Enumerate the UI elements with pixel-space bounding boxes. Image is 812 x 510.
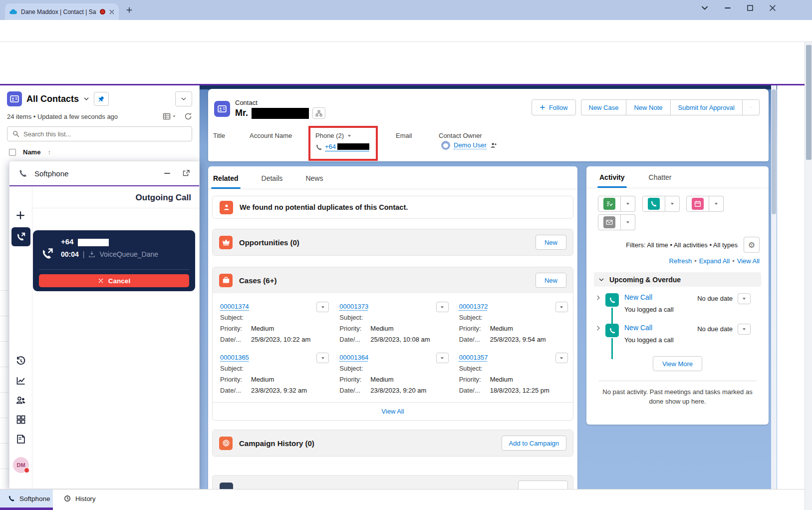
date-label: Date/... [339,387,370,394]
cases-view-all-link[interactable]: View All [381,408,404,415]
name-column-header[interactable]: Name [23,148,40,156]
console-nav-bar: Service Console Contacts | Cont... [0,65,805,85]
contact-object-icon [214,101,230,117]
timeline-connector [611,308,613,325]
select-all-checkbox[interactable] [9,149,16,156]
event-dropdown[interactable] [709,196,724,212]
view-all-link[interactable]: View All [737,257,760,265]
minimize-icon[interactable] [163,169,171,177]
window-chevron-icon[interactable] [701,4,709,12]
view-more-button[interactable]: View More [653,356,702,371]
list-actions-dropdown[interactable] [175,91,192,106]
case-actions-dropdown[interactable] [316,302,329,312]
list-search-box[interactable] [7,126,192,141]
popout-icon[interactable] [182,169,190,177]
list-view-title[interactable]: All Contacts [26,94,79,104]
case-number-link[interactable]: 00001365 [220,354,249,361]
expand-chevron-icon[interactable] [595,325,601,331]
org-chart-button[interactable] [312,107,325,119]
expand-chevron-icon[interactable] [595,295,601,301]
subject-label: Subject: [339,365,370,372]
tab-close-icon[interactable] [109,9,115,15]
case-actions-dropdown[interactable] [436,353,449,363]
case-number-link[interactable]: 00001372 [459,303,488,310]
submit-for-approval-button[interactable]: Submit for Approval [670,99,743,115]
phone-dropdown-icon[interactable] [347,133,352,138]
case-actions-dropdown[interactable] [555,353,568,363]
log-call-button[interactable] [642,196,665,212]
window-maximize-button[interactable] [746,4,754,12]
case-actions-dropdown[interactable] [436,302,449,312]
contacts-people-icon[interactable] [16,395,26,405]
new-event-button[interactable] [686,196,709,212]
expand-all-link[interactable]: Expand All [699,257,730,265]
display-as-icon[interactable] [163,112,176,120]
tab-related[interactable]: Related [213,174,239,189]
new-opportunity-button[interactable]: New [536,235,566,250]
email-button[interactable] [598,214,621,230]
search-icon [12,130,19,137]
call-card-divider [39,269,189,270]
owner-link[interactable]: Demo User [454,141,487,149]
list-view-chevron-icon[interactable] [83,96,89,102]
phone-number-link[interactable]: +64 [325,143,369,151]
task-dropdown[interactable] [621,196,635,212]
log-call-combo [642,196,680,212]
case-number-link[interactable]: 00001357 [459,354,488,361]
notes-icon[interactable] [16,434,26,444]
cases-title[interactable]: Cases (6+) [239,276,276,285]
case-actions-dropdown[interactable] [555,302,568,312]
case-number-link[interactable]: 00001374 [220,303,249,310]
change-owner-icon[interactable] [490,142,497,149]
utility-history-tab[interactable]: History [53,490,95,508]
follow-button[interactable]: Follow [532,99,576,115]
window-minimize-button[interactable] [724,4,732,12]
sort-ascending-icon[interactable]: ↑ [47,148,51,156]
date-label: Date/... [459,336,490,343]
softphone-user-avatar[interactable]: DM [13,457,29,473]
call-history-icon[interactable] [16,356,26,366]
more-actions-dropdown[interactable] [743,99,760,115]
activity-actions-dropdown[interactable] [738,324,751,335]
case-number-link[interactable]: 00001373 [339,303,368,310]
window-close-button[interactable] [769,4,777,12]
section-action-button[interactable] [518,481,568,489]
new-note-button[interactable]: New Note [626,99,670,115]
active-call-tab-icon[interactable] [11,227,30,246]
new-call-tab-icon[interactable] [15,210,25,220]
call-dropdown[interactable] [665,196,680,212]
add-to-campaign-button[interactable]: Add to Campaign [502,436,566,451]
activity-actions-dropdown[interactable] [738,293,751,304]
section-icon [220,483,233,489]
new-task-button[interactable] [598,196,621,212]
new-tab-button[interactable] [126,6,133,13]
tab-activity[interactable]: Activity [599,173,625,188]
upcoming-overdue-section[interactable]: Upcoming & Overdue [594,272,761,287]
stats-chart-icon[interactable] [16,376,26,386]
refresh-list-icon[interactable] [184,112,192,120]
cancel-call-button[interactable]: Cancel [39,274,189,287]
tab-chatter[interactable]: Chatter [649,173,672,188]
dialpad-grid-icon[interactable] [16,415,26,425]
activity-title-link[interactable]: New Call [624,324,652,332]
refresh-link[interactable]: Refresh [669,257,692,265]
browser-tab[interactable]: Dane Maddox | Contact | Sal [5,3,119,20]
new-case-button[interactable]: New Case [581,99,626,115]
browser-scrollbar[interactable] [805,42,812,510]
content-scrollbar[interactable] [771,85,777,489]
new-case-button[interactable]: New [536,273,566,288]
activity-description: You logged a call [624,306,769,313]
utility-softphone-tab[interactable]: Softphone [0,490,53,508]
case-number-link[interactable]: 00001364 [339,354,368,361]
pin-list-button[interactable] [94,92,109,106]
tab-news[interactable]: News [305,174,323,189]
case-actions-dropdown[interactable] [316,353,329,363]
tab-details[interactable]: Details [262,174,283,189]
section-chevron-icon[interactable] [598,277,604,283]
list-search-input[interactable] [23,130,187,138]
opportunities-title[interactable]: Opportunities (0) [239,238,299,247]
activity-settings-gear-icon[interactable]: ⚙ [744,237,760,253]
campaign-history-title[interactable]: Campaign History (0) [239,439,314,448]
email-dropdown[interactable] [621,214,635,230]
activity-title-link[interactable]: New Call [624,293,652,301]
